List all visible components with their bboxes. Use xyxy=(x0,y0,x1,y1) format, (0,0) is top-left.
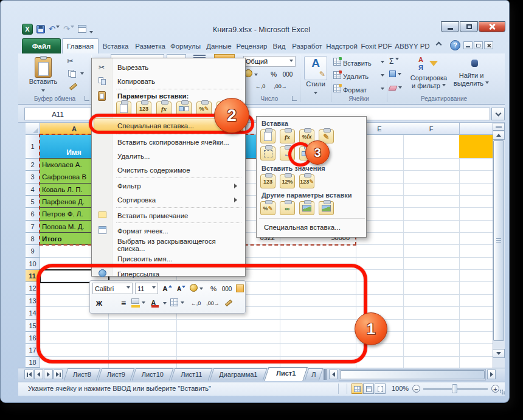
number-dialog-launcher[interactable] xyxy=(292,96,297,101)
view-normal-button[interactable] xyxy=(352,384,362,394)
increase-decimal-button[interactable]: ←,0 xyxy=(252,81,269,91)
menu-item-insert-copied[interactable]: Вставить скопированные ячейки... xyxy=(92,135,244,149)
hscroll-left-icon[interactable] xyxy=(329,370,338,379)
vscroll-up-icon[interactable] xyxy=(493,131,505,140)
styles-button[interactable]: А ✎ Стили xyxy=(302,56,329,95)
decrease-decimal-button[interactable]: ,00→ xyxy=(271,81,289,91)
accounting-format-button[interactable] xyxy=(244,69,263,79)
tab-view[interactable]: Вид xyxy=(269,38,289,53)
autosum-button[interactable]: Σ xyxy=(389,57,405,67)
tab-addins[interactable]: Надстрой xyxy=(325,38,359,53)
save-icon[interactable] xyxy=(36,25,45,33)
clipboard-dialog-launcher[interactable] xyxy=(85,96,89,101)
maximize-button[interactable] xyxy=(460,21,478,32)
tab-split-handle[interactable] xyxy=(324,369,327,380)
qat-customize-button[interactable] xyxy=(89,27,93,38)
hscroll-right-icon[interactable] xyxy=(487,370,496,379)
view-page-layout-button[interactable] xyxy=(363,384,374,394)
vscroll-down-icon[interactable] xyxy=(493,349,505,358)
select-all-corner[interactable] xyxy=(26,123,40,135)
zoom-out-icon[interactable]: − xyxy=(412,385,420,393)
zoom-slider-thumb[interactable] xyxy=(452,384,457,393)
row-header-18[interactable]: 18 xyxy=(26,357,40,368)
paste-formulas-icon[interactable]: fx xyxy=(280,129,295,143)
tab-page-layout[interactable]: Разметка xyxy=(133,38,168,53)
tab-home[interactable]: Главная xyxy=(62,38,99,53)
find-select-button[interactable]: Найти ивыделить xyxy=(451,56,491,95)
number-format-select[interactable]: Общий xyxy=(243,56,296,67)
view-page-break-button[interactable] xyxy=(375,384,386,394)
menu-item-pick-from-list[interactable]: Выбрать из раскрывающегося списка... xyxy=(92,238,244,252)
comma-style-button[interactable]: 000 xyxy=(280,69,296,79)
row-header-2[interactable]: 2 xyxy=(26,159,40,171)
submenu-item-special-paste[interactable]: Специальная вставка... xyxy=(257,220,367,235)
name-box[interactable]: A11 xyxy=(24,108,91,120)
sheet-tab-list1-active[interactable]: Лист1 xyxy=(264,367,307,381)
row-header-10[interactable]: 10 xyxy=(26,258,40,270)
sheet-tab-list9[interactable]: Лист9 xyxy=(98,368,134,380)
paste-formatting-icon[interactable]: %✎ xyxy=(260,201,275,215)
sheet-tab-list11[interactable]: Лист11 xyxy=(171,368,212,380)
column-header-f[interactable]: F xyxy=(403,123,459,135)
vscroll-thumb[interactable] xyxy=(493,140,504,341)
cut-button[interactable]: ✂ xyxy=(67,57,84,67)
cells-format-button[interactable]: Формат xyxy=(333,84,384,94)
format-painter-button[interactable] xyxy=(67,81,84,92)
menu-item-clear[interactable]: Очистить содержимое xyxy=(92,163,244,177)
row-header-1[interactable]: 1 xyxy=(26,135,40,159)
paste-button[interactable]: Вставить xyxy=(23,55,63,95)
row-header-4[interactable]: 4 xyxy=(26,184,40,196)
sort-filter-button[interactable]: А Я Сортировкаи фильтр xyxy=(407,56,450,95)
row-header-9[interactable]: 9 xyxy=(26,245,40,258)
zoom-level[interactable]: 100% xyxy=(392,385,409,392)
redo-button[interactable]: ↷ xyxy=(63,24,77,34)
row-header-5[interactable]: 5 xyxy=(26,196,40,208)
paste-icon[interactable] xyxy=(260,129,275,143)
paste-values-formatting-icon[interactable]: 123✎ xyxy=(299,174,314,188)
tab-foxit[interactable]: Foxit PDF xyxy=(359,38,394,53)
cells-delete-button[interactable]: Удалить xyxy=(333,71,384,81)
menu-item-format-cells[interactable]: Формат ячеек... xyxy=(92,224,244,238)
paste-linked-picture-icon[interactable] xyxy=(319,201,334,215)
minimize-button[interactable] xyxy=(441,21,459,32)
undo-button[interactable]: ↶ xyxy=(49,24,62,34)
paste-link-icon[interactable]: ∞ xyxy=(280,201,295,215)
paste-no-borders-icon[interactable] xyxy=(260,146,275,160)
resize-grip[interactable] xyxy=(500,390,501,391)
menu-item-filter[interactable]: Фильтр xyxy=(92,179,244,193)
percent-style-button[interactable]: % xyxy=(269,69,279,79)
tab-formulas[interactable]: Формулы xyxy=(168,38,203,53)
zoom-in-icon[interactable]: + xyxy=(491,385,499,393)
sheet-tab-diagramma1[interactable]: Диаграмма1 xyxy=(210,368,267,380)
tab-data[interactable]: Данные xyxy=(203,38,235,53)
menu-item-sort[interactable]: Сортировка xyxy=(92,193,244,207)
excel-logo-icon[interactable]: X xyxy=(22,24,33,35)
menu-item-delete[interactable]: Удалить... xyxy=(92,149,244,163)
vscroll-split-handle[interactable] xyxy=(493,123,505,131)
cells-insert-button[interactable]: Вставить xyxy=(333,57,384,67)
tab-review[interactable]: Рецензир xyxy=(235,38,269,53)
sheet-nav-last-icon[interactable] xyxy=(54,370,63,379)
hscroll-thumb[interactable] xyxy=(340,370,485,379)
row-header-6[interactable]: 6 xyxy=(26,208,40,221)
copy-button[interactable] xyxy=(67,69,84,79)
paste-picture-icon[interactable] xyxy=(299,201,314,215)
paste-values-icon[interactable]: 123 xyxy=(260,174,275,188)
help-icon[interactable]: ? xyxy=(450,40,460,50)
sheet-tab-list8[interactable]: Лист8 xyxy=(64,368,100,380)
menu-item-copy[interactable]: Копировать xyxy=(92,74,244,88)
workbook-close-icon[interactable] xyxy=(484,41,493,49)
sheet-tab-list10[interactable]: Лист10 xyxy=(132,368,173,380)
menu-item-cut[interactable]: ✂Вырезать xyxy=(92,60,244,74)
tab-developer[interactable]: Разработ xyxy=(289,38,325,53)
close-button[interactable] xyxy=(479,21,505,32)
cell-g1-orange[interactable] xyxy=(459,135,493,159)
menu-item-insert-note[interactable]: Вставить примечание xyxy=(92,208,244,222)
sheet-nav-first-icon[interactable] xyxy=(24,370,33,379)
clear-button[interactable] xyxy=(389,84,405,94)
row-header-7[interactable]: 7 xyxy=(26,221,40,233)
quick-table-icon[interactable] xyxy=(78,25,86,33)
formula-bar-expand-icon[interactable] xyxy=(491,108,505,120)
hscroll-track[interactable] xyxy=(339,369,486,380)
ribbon-collapse-icon[interactable] xyxy=(437,43,441,47)
